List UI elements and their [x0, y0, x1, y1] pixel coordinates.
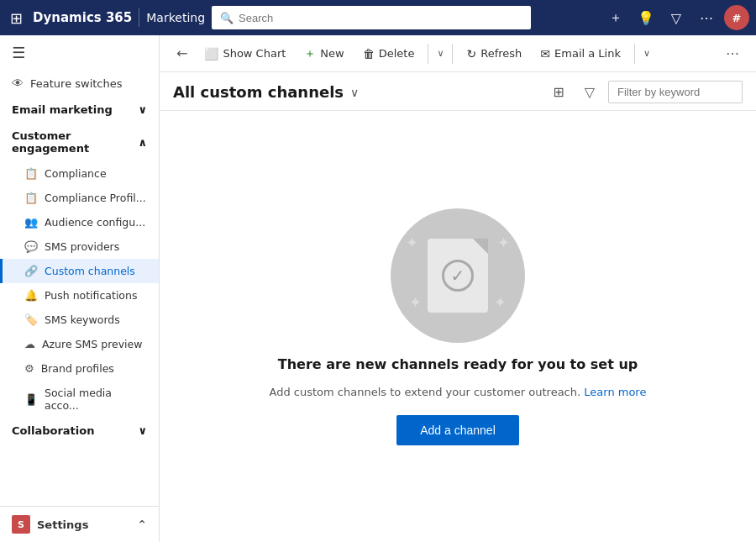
view-header: All custom channels ∨ ⊞ ▽	[160, 72, 756, 111]
cmd-separator-2	[452, 44, 453, 64]
command-bar: ← ⬜ Show Chart ＋ New 🗑 Delete ∨ ↻ Refres…	[160, 35, 756, 72]
document-check: ✓	[428, 239, 488, 313]
filter-icon[interactable]: ▽	[664, 5, 689, 30]
brand-profiles-label: Brand profiles	[41, 362, 114, 375]
sidebar-item-brand-profiles[interactable]: ⚙️ Brand profiles	[0, 356, 159, 381]
delete-button[interactable]: 🗑 Delete	[354, 42, 423, 66]
module-name: Marketing	[146, 11, 205, 24]
delete-icon: 🗑	[363, 47, 375, 61]
sidebar-item-sms-keywords[interactable]: 🏷️ SMS keywords	[0, 308, 159, 332]
sms-keywords-icon: 🏷️	[24, 313, 38, 326]
sidebar-bottom: S Settings ⌃	[0, 506, 159, 542]
sidebar-item-audience-config[interactable]: 👥 Audience configu...	[0, 210, 159, 234]
app-name: Dynamics 365	[33, 10, 132, 25]
empty-state-subtitle: Add custom channels to extend your custo…	[270, 386, 647, 398]
filter-view-icon[interactable]: ▽	[578, 81, 601, 103]
main-content: ← ⬜ Show Chart ＋ New 🗑 Delete ∨ ↻ Refres…	[160, 35, 756, 542]
sidebar-item-feature-switches[interactable]: 👁 Feature switches	[0, 70, 159, 97]
push-notifications-icon: 🔔	[24, 289, 38, 302]
view-title-chevron-icon[interactable]: ∨	[350, 86, 359, 99]
sparkle-bl-icon: ✦	[409, 293, 422, 311]
sidebar: ☰ 👁 Feature switches Email marketing ∨ C…	[0, 35, 160, 542]
sidebar-item-sms-providers[interactable]: 💬 SMS providers	[0, 234, 159, 259]
feature-switches-label: Feature switches	[30, 77, 123, 90]
new-button[interactable]: ＋ New	[296, 41, 352, 66]
sparkle-tl-icon: ✦	[406, 234, 418, 251]
cmd-separator-3	[634, 44, 635, 64]
compliance-profiles-label: Compliance Profil...	[45, 192, 146, 204]
sparkle-br-icon: ✦	[494, 293, 507, 311]
custom-channels-icon: 🔗	[24, 265, 38, 277]
sidebar-item-custom-channels[interactable]: 🔗 Custom channels	[0, 259, 159, 283]
back-button[interactable]: ←	[170, 40, 194, 66]
search-input[interactable]	[239, 12, 522, 24]
search-icon: 🔍	[220, 12, 234, 24]
email-link-button[interactable]: ✉ Email a Link	[532, 42, 629, 66]
cmd-separator-1	[428, 44, 428, 64]
cmd-overflow-chevron-1[interactable]: ∨	[433, 43, 447, 64]
empty-state: ✓ ✦ ✦ ✦ ✦ There are new channels ready f…	[160, 111, 756, 542]
refresh-label: Refresh	[480, 47, 522, 60]
compliance-icon: 📋	[24, 167, 38, 180]
sidebar-hamburger[interactable]: ☰	[0, 35, 159, 70]
nav-icon-group: ＋ 💡 ▽ ⋯ #	[603, 5, 749, 30]
columns-icon[interactable]: ⊞	[546, 81, 570, 103]
sparkle-tr-icon: ✦	[497, 234, 510, 251]
more-icon[interactable]: ⋯	[694, 5, 719, 30]
nav-divider	[139, 8, 139, 27]
audience-config-label: Audience configu...	[45, 216, 145, 229]
main-layout: ☰ 👁 Feature switches Email marketing ∨ C…	[0, 35, 756, 542]
sidebar-item-settings[interactable]: S Settings ⌃	[0, 507, 159, 542]
email-marketing-label: Email marketing	[12, 103, 113, 116]
azure-sms-label: Azure SMS preview	[42, 338, 142, 350]
sidebar-group-customer-engagement[interactable]: Customer engagement ∧	[0, 123, 159, 161]
empty-state-icon: ✓ ✦ ✦ ✦ ✦	[391, 208, 525, 343]
collaboration-label: Collaboration	[12, 424, 94, 437]
learn-more-link[interactable]: Learn more	[584, 386, 646, 398]
show-chart-button[interactable]: ⬜ Show Chart	[196, 42, 294, 66]
content-area: All custom channels ∨ ⊞ ▽ ✓	[160, 72, 756, 542]
brand-profiles-icon: ⚙️	[24, 362, 34, 375]
email-icon: ✉	[540, 47, 550, 61]
settings-chevron-icon: ⌃	[137, 518, 147, 531]
sms-providers-icon: 💬	[24, 240, 38, 253]
compliance-label: Compliance	[45, 167, 107, 180]
push-notifications-label: Push notifications	[45, 289, 137, 302]
chevron-up-icon: ∧	[138, 136, 147, 149]
refresh-button[interactable]: ↻ Refresh	[458, 42, 530, 66]
sidebar-group-email-marketing[interactable]: Email marketing ∨	[0, 97, 159, 123]
empty-state-inner-icon: ✓	[420, 234, 496, 318]
add-channel-button[interactable]: Add a channel	[396, 415, 519, 445]
chevron-down-icon-collab: ∨	[138, 424, 147, 437]
add-icon[interactable]: ＋	[603, 5, 628, 30]
sidebar-item-azure-sms[interactable]: ☁️ Azure SMS preview	[0, 332, 159, 356]
empty-state-subtitle-text: Add custom channels to extend your custo…	[270, 386, 581, 398]
cmd-more-button[interactable]: ⋯	[719, 40, 746, 66]
top-navigation: ⊞ Dynamics 365 Marketing 🔍 ＋ 💡 ▽ ⋯ #	[0, 0, 756, 35]
avatar[interactable]: #	[724, 5, 749, 30]
cmd-overflow-chevron-2[interactable]: ∨	[640, 43, 654, 64]
sms-providers-label: SMS providers	[45, 240, 119, 253]
sidebar-item-compliance[interactable]: 📋 Compliance	[0, 161, 159, 186]
sidebar-item-social-media[interactable]: 📱 Social media acco...	[0, 381, 159, 418]
refresh-icon: ↻	[466, 47, 476, 61]
filter-keyword-input[interactable]	[608, 81, 743, 103]
social-media-label: Social media acco...	[45, 387, 147, 412]
settings-label: Settings	[37, 518, 88, 531]
search-box: 🔍	[212, 6, 531, 29]
sms-keywords-label: SMS keywords	[45, 313, 120, 326]
custom-channels-label: Custom channels	[45, 265, 135, 277]
sidebar-group-collaboration[interactable]: Collaboration ∨	[0, 418, 159, 444]
waffle-icon[interactable]: ⊞	[7, 6, 26, 30]
sidebar-item-compliance-profiles[interactable]: 📋 Compliance Profil...	[0, 186, 159, 210]
checkmark-circle: ✓	[442, 260, 474, 292]
azure-sms-icon: ☁️	[24, 338, 35, 350]
settings-avatar: S	[12, 515, 30, 534]
sidebar-item-push-notifications[interactable]: 🔔 Push notifications	[0, 283, 159, 308]
compliance-profiles-icon: 📋	[24, 192, 38, 204]
eye-icon: 👁	[12, 76, 24, 90]
ideas-icon[interactable]: 💡	[633, 5, 659, 30]
view-title: All custom channels	[173, 83, 344, 101]
customer-engagement-label: Customer engagement	[12, 129, 138, 155]
new-label: New	[320, 47, 344, 60]
